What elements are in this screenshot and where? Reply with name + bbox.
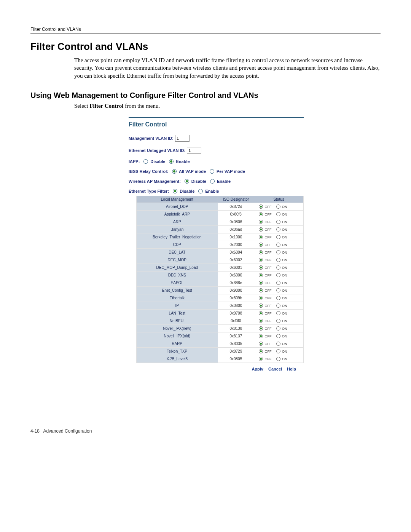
- row-name: Aironet_DDP: [137, 203, 218, 210]
- row-iso: 0x6004: [218, 248, 254, 256]
- status-on-radio[interactable]: [276, 326, 280, 331]
- table-row: Enet_Config_Test0x9000 OFF ON: [137, 286, 304, 294]
- status-off-radio[interactable]: [259, 357, 263, 361]
- status-off-radio[interactable]: [259, 326, 263, 331]
- status-off-radio[interactable]: [259, 311, 263, 315]
- status-off-radio[interactable]: [259, 319, 263, 323]
- row-status: OFF ON: [254, 340, 304, 347]
- status-on-radio[interactable]: [276, 349, 280, 353]
- status-on-radio[interactable]: [276, 273, 280, 277]
- iapp-row: IAPP: Disable Enable: [129, 159, 304, 164]
- status-on-radio[interactable]: [276, 220, 280, 224]
- etf-disable-radio[interactable]: [173, 189, 177, 193]
- cancel-link[interactable]: Cancel: [268, 367, 282, 371]
- status-on-radio[interactable]: [276, 258, 280, 262]
- status-off-label: OFF: [264, 312, 272, 315]
- status-off-radio[interactable]: [259, 258, 263, 262]
- status-off-radio[interactable]: [259, 265, 263, 270]
- iapp-enable-radio[interactable]: [169, 159, 174, 164]
- filter-control-panel: Filter Control Management VLAN ID: Ether…: [129, 117, 304, 371]
- th-local: Local Management: [137, 196, 218, 203]
- row-name: LAN_Test: [137, 309, 218, 317]
- status-on-label: ON: [281, 281, 287, 285]
- apply-link[interactable]: Apply: [252, 367, 263, 371]
- status-on-radio[interactable]: [276, 250, 280, 254]
- status-off-radio[interactable]: [259, 227, 263, 232]
- th-iso: ISO Designator: [218, 196, 254, 203]
- status-off-radio[interactable]: [259, 220, 263, 224]
- status-off-radio[interactable]: [259, 243, 263, 247]
- status-on-radio[interactable]: [276, 204, 280, 209]
- table-row: Banyan0x0bad OFF ON: [137, 225, 304, 233]
- status-on-label: ON: [281, 220, 287, 224]
- table-row: X.25_Level30x0805 OFF ON: [137, 355, 304, 363]
- row-status: OFF ON: [254, 324, 304, 332]
- etf-enable-radio[interactable]: [198, 189, 203, 193]
- wap-enable-label: Enable: [217, 179, 231, 184]
- row-name: Ethertalk: [137, 294, 218, 302]
- status-on-radio[interactable]: [276, 334, 280, 338]
- status-on-radio[interactable]: [276, 319, 280, 323]
- status-off-radio[interactable]: [259, 281, 263, 285]
- row-status: OFF ON: [254, 309, 304, 317]
- eth-untag-input[interactable]: [187, 147, 201, 154]
- status-off-label: OFF: [264, 342, 272, 346]
- etf-enable-label: Enable: [205, 189, 219, 193]
- status-off-radio[interactable]: [259, 349, 263, 353]
- iapp-enable-label: Enable: [176, 159, 190, 164]
- table-row: IP0x0800 OFF ON: [137, 302, 304, 309]
- iapp-disable-radio[interactable]: [143, 159, 148, 164]
- status-on-radio[interactable]: [276, 212, 280, 216]
- table-row: EAPOL0x888e OFF ON: [137, 279, 304, 286]
- status-on-radio[interactable]: [276, 311, 280, 315]
- status-off-label: OFF: [264, 235, 272, 239]
- status-off-radio[interactable]: [259, 273, 263, 277]
- status-off-radio[interactable]: [259, 250, 263, 254]
- status-on-radio[interactable]: [276, 357, 280, 361]
- table-row: DEC_MOP0x6002 OFF ON: [137, 256, 304, 264]
- row-iso: 0x2000: [218, 241, 254, 248]
- status-off-radio[interactable]: [259, 212, 263, 216]
- etf-disable-label: Disable: [180, 189, 194, 193]
- status-off-radio[interactable]: [259, 304, 263, 308]
- wap-enable-radio[interactable]: [210, 179, 215, 184]
- status-on-radio[interactable]: [276, 281, 280, 285]
- action-links: Apply Cancel Help: [129, 367, 296, 371]
- status-on-radio[interactable]: [276, 288, 280, 292]
- status-off-radio[interactable]: [259, 296, 263, 300]
- etf-row: Ethernet Type Filter: Disable Enable: [129, 189, 304, 193]
- row-status: OFF ON: [254, 241, 304, 248]
- status-off-radio[interactable]: [259, 288, 263, 292]
- ibss-per-radio[interactable]: [210, 169, 214, 174]
- ibss-all-radio[interactable]: [172, 169, 177, 174]
- status-off-label: OFF: [264, 258, 272, 262]
- status-off-label: OFF: [264, 243, 272, 247]
- row-name: Novell_IPX(new): [137, 324, 218, 332]
- status-off-radio[interactable]: [259, 204, 263, 209]
- ibss-per-label: Per VAP mode: [217, 169, 245, 174]
- status-off-radio[interactable]: [259, 342, 263, 346]
- row-name: Telxon_TXP: [137, 347, 218, 355]
- row-status: OFF ON: [254, 271, 304, 279]
- status-on-label: ON: [281, 243, 287, 247]
- status-off-radio[interactable]: [259, 235, 263, 239]
- running-header: Filter Control and VLANs: [30, 27, 381, 34]
- status-on-radio[interactable]: [276, 342, 280, 346]
- mgmt-vlan-input[interactable]: [175, 135, 190, 142]
- status-on-radio[interactable]: [276, 235, 280, 239]
- sub-intro: Select Filter Control from the menu.: [74, 103, 381, 109]
- status-on-label: ON: [281, 289, 287, 292]
- status-on-radio[interactable]: [276, 227, 280, 232]
- status-on-label: ON: [281, 304, 287, 308]
- help-link[interactable]: Help: [287, 367, 296, 371]
- wap-disable-radio[interactable]: [185, 179, 189, 184]
- table-row: Berkeley_Trailer_Negotiation0x1000 OFF O…: [137, 233, 304, 241]
- status-on-radio[interactable]: [276, 243, 280, 247]
- status-on-radio[interactable]: [276, 304, 280, 308]
- row-name: DEC_MOP_Dump_Load: [137, 264, 218, 271]
- status-off-radio[interactable]: [259, 334, 263, 338]
- sub-intro-prefix: Select: [74, 103, 89, 109]
- status-on-radio[interactable]: [276, 265, 280, 270]
- iapp-label: IAPP:: [129, 159, 140, 164]
- status-on-radio[interactable]: [276, 296, 280, 300]
